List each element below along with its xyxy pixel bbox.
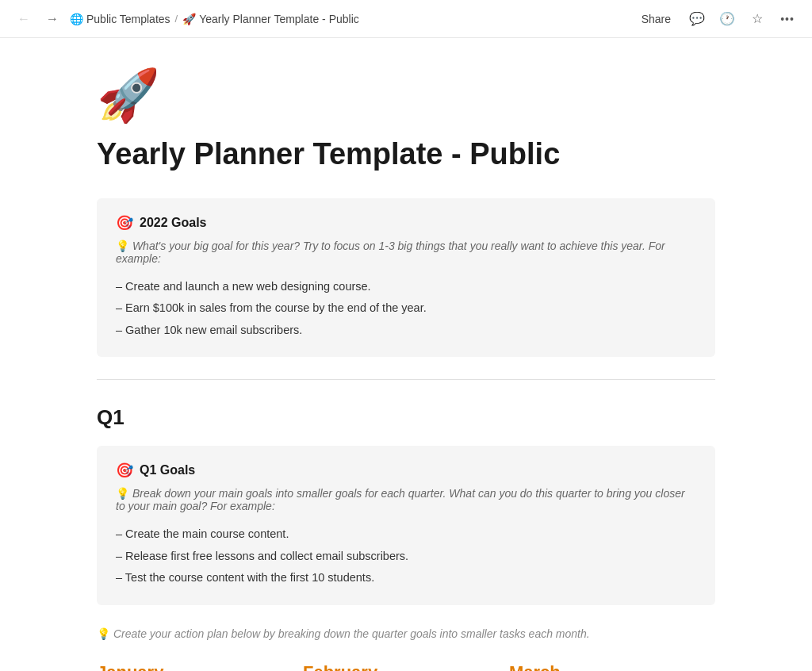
action-hint-text: Create your action plan below by breakin… — [113, 627, 590, 640]
topbar-left: ← → 🌐 Public Templates / 🚀 Yearly Planne… — [13, 9, 359, 29]
month-column-january: January + Add a New To-do — [97, 662, 303, 671]
month-column-march: March + Add a New To-do — [509, 662, 715, 671]
breadcrumb: 🌐 Public Templates / 🚀 Yearly Planner Te… — [70, 13, 359, 25]
q1-goals-hint-bulb: 💡 — [116, 487, 129, 500]
page-title: Yearly Planner Template - Public — [97, 136, 715, 173]
q1-goals-title: Q1 Goals — [140, 463, 195, 477]
q1-goals-icon: 🎯 — [116, 462, 133, 479]
list-item: – Create the main course content. — [116, 523, 696, 546]
comment-icon: 💬 — [689, 11, 705, 26]
topbar-right: Share 💬 🕐 ☆ ••• — [634, 7, 799, 31]
topbar: ← → 🌐 Public Templates / 🚀 Yearly Planne… — [0, 0, 812, 38]
star-icon: ☆ — [752, 11, 763, 26]
yearly-goals-header: 🎯 2022 Goals — [116, 214, 696, 232]
more-icon: ••• — [780, 13, 795, 25]
q1-goals-hint-text: Break down your main goals into smaller … — [116, 487, 685, 512]
back-arrow[interactable]: ← — [13, 9, 35, 29]
page-icon: 🚀 — [97, 70, 715, 121]
month-name-january: January — [97, 662, 287, 671]
yearly-goals-block: 🎯 2022 Goals 💡 What's your big goal for … — [97, 198, 715, 358]
breadcrumb-label-yearly-planner: Yearly Planner Template - Public — [199, 13, 359, 25]
yearly-goals-hint-text: What's your big goal for this year? Try … — [116, 240, 665, 265]
q1-heading: Q1 — [97, 405, 715, 430]
yearly-goals-list: – Create and launch a new web designing … — [116, 276, 696, 342]
month-column-february: February + Add a New To-do — [303, 662, 509, 671]
q1-goals-block: 🎯 Q1 Goals 💡 Break down your main goals … — [97, 446, 715, 605]
list-item: – Release first free lessons and collect… — [116, 546, 696, 568]
yearly-goals-hint-bulb: 💡 — [116, 240, 129, 252]
yearly-goals-hint: 💡 What's your big goal for this year? Tr… — [116, 240, 696, 265]
favorite-button[interactable]: ☆ — [745, 7, 769, 31]
action-hint-bulb: 💡 — [97, 627, 110, 640]
breadcrumb-item-public-templates[interactable]: 🌐 Public Templates — [70, 13, 170, 25]
history-button[interactable]: 🕐 — [715, 7, 739, 31]
share-button[interactable]: Share — [634, 10, 679, 29]
monthly-grid: January + Add a New To-do February + Add… — [97, 662, 715, 671]
rocket-breadcrumb-icon: 🚀 — [182, 13, 196, 25]
list-item: – Test the course content with the first… — [116, 567, 696, 589]
breadcrumb-item-yearly-planner[interactable]: 🚀 Yearly Planner Template - Public — [182, 13, 359, 25]
globe-icon: 🌐 — [70, 13, 83, 25]
yearly-goals-title: 2022 Goals — [140, 216, 207, 230]
q1-goals-hint: 💡 Break down your main goals into smalle… — [116, 487, 696, 512]
month-name-february: February — [303, 662, 493, 671]
action-hint: 💡 Create your action plan below by break… — [97, 627, 715, 640]
forward-arrow[interactable]: → — [41, 9, 63, 29]
q1-goals-list: – Create the main course content. – Rele… — [116, 523, 696, 589]
breadcrumb-separator: / — [175, 13, 178, 25]
list-item: – Create and launch a new web designing … — [116, 276, 696, 298]
list-item: – Gather 10k new email subscribers. — [116, 320, 696, 342]
main-content: 🚀 Yearly Planner Template - Public 🎯 202… — [49, 38, 763, 671]
yearly-goals-icon: 🎯 — [116, 214, 133, 232]
q1-goals-header: 🎯 Q1 Goals — [116, 462, 696, 479]
comment-button[interactable]: 💬 — [685, 7, 709, 31]
more-options-button[interactable]: ••• — [776, 7, 799, 31]
breadcrumb-label-public-templates: Public Templates — [86, 13, 170, 25]
list-item: – Earn $100k in sales from the course by… — [116, 297, 696, 320]
section-divider — [97, 379, 715, 380]
clock-icon: 🕐 — [719, 11, 735, 26]
month-name-march: March — [509, 662, 699, 671]
